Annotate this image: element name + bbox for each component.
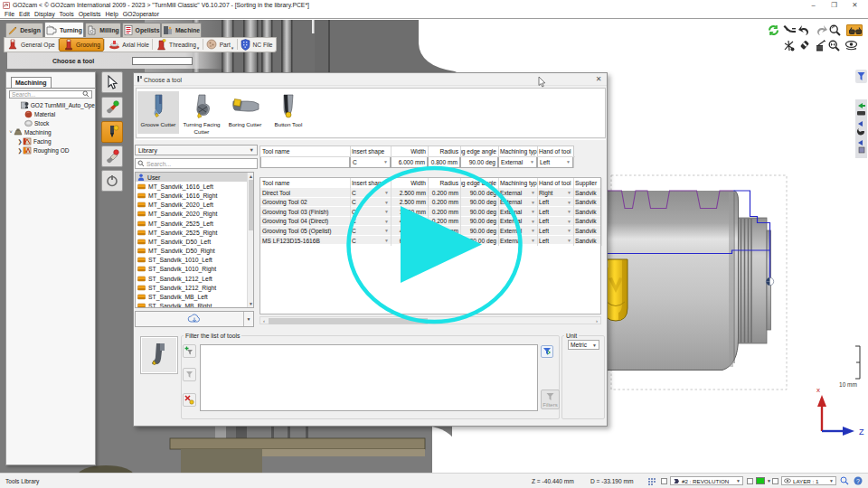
tree-item-machining[interactable]: ˅Machining [6,127,95,136]
menu-item-display[interactable]: Display [34,11,55,17]
cell[interactable]: External▼ [498,207,537,217]
stock-nav-icon[interactable] [857,111,865,116]
color-swatch[interactable] [756,477,765,484]
library-item[interactable]: MT_Sandvik_2020_Left [136,201,253,210]
ribbon-button-part[interactable]: Part▾ [203,38,237,52]
revolution-combobox[interactable]: #2 : REVOLUTION▼ [670,476,743,485]
menu-item-go2operator[interactable]: GO2operator [123,11,159,17]
cell[interactable]: 2.500 mm [391,188,428,198]
color-dropdown-caret[interactable]: ▼ [767,478,771,483]
cell[interactable]: 90.00 deg [460,198,498,208]
cell[interactable]: 0.200 mm [428,198,460,208]
tab-machine[interactable]: Machine [161,23,202,37]
cell[interactable]: Sandvik [573,198,602,208]
restore-button[interactable]: ❐ [830,2,838,9]
cell[interactable]: Sandvik [573,236,602,246]
cell[interactable]: 90.00 deg [460,217,498,227]
scroll-left-icon[interactable]: ‹ [260,317,268,324]
sidebar-search-input[interactable]: Search... [9,90,92,99]
cell[interactable]: 6.000 mm [391,236,428,246]
library-item[interactable]: ST_Sandvik_1010_Left [136,256,253,265]
library-item[interactable]: ST_Sandvik_MB_Right [136,302,253,308]
menu-item-help[interactable]: Help [106,11,118,17]
redo-button[interactable] [816,24,827,36]
scrollbar-thumb[interactable] [249,180,254,230]
help-icon[interactable]: ? [854,476,863,485]
cell[interactable]: Grooving Tool 04 (Direct) [260,217,350,227]
column-header[interactable]: Machining typ [498,178,537,188]
library-item[interactable]: User [136,173,253,182]
filter-value-3[interactable]: 0.800 mm [428,156,460,168]
library-item[interactable]: MT_Sandvik_2020_Right [136,210,253,219]
power-mode-button[interactable] [101,170,123,192]
cell[interactable]: Sandvik [573,226,602,236]
tool-green-mode-button[interactable] [101,97,123,118]
library-item[interactable]: MT_Sandvik_2525_Left [136,219,253,228]
cell[interactable]: 0.400 mm [428,226,460,236]
cell[interactable]: C▼ [350,236,391,246]
cell[interactable]: 0.200 mm [428,207,460,217]
ribbon-button-general-ope[interactable]: General Ope [5,38,58,52]
tool-orange-mode-button[interactable] [101,121,123,143]
column-header[interactable]: ng edge angle [460,178,498,188]
ribbon-button-nc-file[interactable]: NC File [238,38,276,52]
cell[interactable]: 1.500 mm [391,207,428,217]
filter-value-1[interactable]: C▼ [350,156,391,168]
tool-type-groove-cutter[interactable]: Groove Cutter [137,91,179,134]
dialog-close-icon[interactable]: ✕ [594,75,603,84]
menu-item-edit[interactable]: Edit [19,11,30,17]
minimize-button[interactable]: – [809,2,817,9]
cell[interactable]: C▼ [350,198,391,208]
zoom-fit-button[interactable] [828,40,840,52]
cell[interactable]: Left▼ [537,217,573,227]
cell[interactable]: Sandvik [573,188,602,198]
tree-item-go2-turnmill_auto_ope[interactable]: GO2 TurnMill_Auto_Ope [6,100,95,109]
cell[interactable]: 90.00 deg [460,207,498,217]
column-header[interactable]: Hand of tool [537,178,573,188]
filter-value-4[interactable]: 90.00 deg [460,156,498,168]
filters-button[interactable]: Filters [541,389,560,409]
prev-blue2-icon[interactable] [858,140,863,145]
library-item[interactable]: MT_Sandvik_1616_Right [136,191,253,200]
refresh-button[interactable] [768,24,779,36]
block-icon[interactable] [859,147,864,153]
cell[interactable]: 4.000 mm [391,226,428,236]
dialog-title-bar[interactable]: Choose a tool ✕ [134,73,607,86]
cell[interactable]: Grooving Tool 02 [260,198,350,208]
tree-item-stock[interactable]: Stock [6,118,95,127]
cell[interactable]: C▼ [350,217,391,227]
cell[interactable]: 90.00 deg [460,236,498,246]
menu-item-file[interactable]: File [5,11,14,17]
library-combobox[interactable]: Library▼ [135,145,258,155]
prompt-input[interactable] [132,57,193,66]
ribbon-button-axial-hole[interactable]: Axial Hole [105,38,152,52]
tool-type-boring-cutter[interactable]: Boring Cutter [224,91,266,134]
cell[interactable]: C▼ [350,226,391,236]
library-item[interactable]: ST_Sandvik_1010_Right [136,265,253,274]
column-header[interactable]: Radius [428,178,460,188]
layer-checkbox[interactable] [772,478,778,484]
filter-value-0[interactable] [260,156,350,168]
unit-combobox[interactable]: Metric▼ [568,340,599,350]
scroll-down-icon[interactable]: ▼ [248,300,254,307]
cell[interactable]: 0.200 mm [428,217,460,227]
cell[interactable]: Grooving Tool 05 (Opelist) [260,226,350,236]
table-hscrollbar[interactable]: ‹ › [259,316,601,324]
zoom-button[interactable] [829,24,841,36]
zoom-layer-icon[interactable] [840,476,849,485]
tree-item-facing[interactable]: ❯Facing [6,136,95,145]
add-filter-button[interactable] [183,344,196,358]
cell[interactable]: Direct Tool [260,188,350,198]
filter-list-area[interactable] [200,344,538,411]
cell[interactable]: 90.00 deg [460,226,498,236]
eye-button[interactable] [844,40,856,52]
apply-filter-button[interactable] [541,345,553,358]
filter-value-6[interactable]: Left▼ [537,156,573,168]
filter-funnel-button[interactable] [855,70,867,83]
layer-combobox[interactable]: LAYER : 1▼ [781,476,836,485]
hide-elements-button[interactable] [783,40,795,52]
library-item[interactable]: ST_Sandvik_MB_Left [136,292,253,301]
tab-machining[interactable]: Machining [11,77,52,88]
cell[interactable]: External▼ [498,226,537,236]
column-header[interactable]: Tool name [260,178,350,188]
